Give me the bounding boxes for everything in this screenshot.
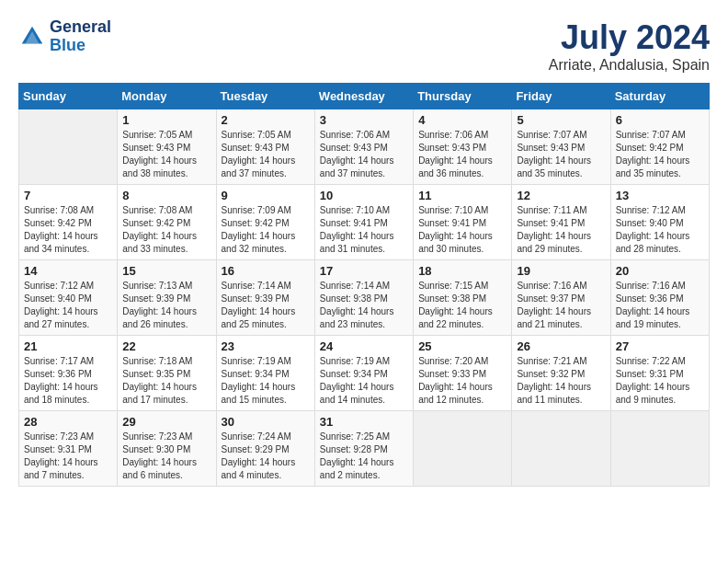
calendar-week-4: 21Sunrise: 7:17 AM Sunset: 9:36 PM Dayli… (19, 336, 710, 411)
calendar-cell: 8Sunrise: 7:08 AM Sunset: 9:42 PM Daylig… (118, 185, 216, 260)
calendar-week-5: 28Sunrise: 7:23 AM Sunset: 9:31 PM Dayli… (19, 411, 710, 487)
day-number: 31 (320, 415, 408, 429)
calendar-cell: 16Sunrise: 7:14 AM Sunset: 9:39 PM Dayli… (216, 260, 314, 336)
calendar-cell: 6Sunrise: 7:07 AM Sunset: 9:42 PM Daylig… (610, 109, 709, 185)
calendar-cell: 7Sunrise: 7:08 AM Sunset: 9:42 PM Daylig… (19, 185, 118, 260)
calendar-cell: 2Sunrise: 7:05 AM Sunset: 9:43 PM Daylig… (216, 109, 314, 185)
day-number: 23 (222, 339, 310, 353)
calendar-cell (610, 411, 709, 487)
day-info: Sunrise: 7:17 AM Sunset: 9:36 PM Dayligh… (24, 355, 112, 407)
day-number: 2 (222, 113, 310, 127)
calendar-cell (19, 109, 118, 185)
day-number: 20 (616, 264, 704, 278)
calendar-cell: 23Sunrise: 7:19 AM Sunset: 9:34 PM Dayli… (216, 336, 314, 411)
day-number: 29 (122, 415, 210, 429)
calendar-cell: 18Sunrise: 7:15 AM Sunset: 9:38 PM Dayli… (414, 260, 512, 336)
weekday-header-friday: Friday (512, 84, 610, 109)
weekday-header-saturday: Saturday (610, 84, 709, 109)
calendar-cell: 4Sunrise: 7:06 AM Sunset: 9:43 PM Daylig… (414, 109, 512, 185)
calendar-header: SundayMondayTuesdayWednesdayThursdayFrid… (19, 84, 710, 109)
logo-icon (18, 23, 46, 51)
day-info: Sunrise: 7:12 AM Sunset: 9:40 PM Dayligh… (616, 204, 704, 256)
day-number: 15 (122, 264, 210, 278)
calendar-week-3: 14Sunrise: 7:12 AM Sunset: 9:40 PM Dayli… (19, 260, 710, 336)
day-info: Sunrise: 7:05 AM Sunset: 9:43 PM Dayligh… (122, 129, 210, 180)
day-number: 22 (122, 339, 210, 353)
day-number: 25 (418, 339, 506, 353)
day-number: 13 (616, 189, 704, 202)
weekday-header-monday: Monday (118, 84, 216, 109)
calendar-body: 1Sunrise: 7:05 AM Sunset: 9:43 PM Daylig… (19, 109, 710, 487)
weekday-header-row: SundayMondayTuesdayWednesdayThursdayFrid… (19, 84, 710, 109)
day-info: Sunrise: 7:14 AM Sunset: 9:39 PM Dayligh… (222, 280, 310, 331)
day-number: 24 (320, 339, 408, 353)
calendar-subtitle: Arriate, Andalusia, Spain (549, 57, 710, 74)
day-info: Sunrise: 7:21 AM Sunset: 9:32 PM Dayligh… (517, 355, 605, 407)
calendar-cell: 12Sunrise: 7:11 AM Sunset: 9:41 PM Dayli… (512, 185, 610, 260)
day-number: 8 (122, 189, 210, 202)
day-info: Sunrise: 7:13 AM Sunset: 9:39 PM Dayligh… (122, 280, 210, 331)
calendar-title: July 2024 (549, 18, 710, 57)
day-number: 4 (418, 113, 506, 127)
day-info: Sunrise: 7:23 AM Sunset: 9:31 PM Dayligh… (24, 431, 112, 482)
day-number: 11 (418, 189, 506, 202)
day-number: 10 (320, 189, 408, 202)
calendar-week-2: 7Sunrise: 7:08 AM Sunset: 9:42 PM Daylig… (19, 185, 710, 260)
calendar-cell: 1Sunrise: 7:05 AM Sunset: 9:43 PM Daylig… (118, 109, 216, 185)
calendar-cell: 13Sunrise: 7:12 AM Sunset: 9:40 PM Dayli… (610, 185, 709, 260)
day-info: Sunrise: 7:19 AM Sunset: 9:34 PM Dayligh… (320, 355, 408, 407)
day-info: Sunrise: 7:07 AM Sunset: 9:42 PM Dayligh… (616, 129, 704, 180)
calendar-cell: 20Sunrise: 7:16 AM Sunset: 9:36 PM Dayli… (610, 260, 709, 336)
calendar-cell: 29Sunrise: 7:23 AM Sunset: 9:30 PM Dayli… (118, 411, 216, 487)
day-info: Sunrise: 7:14 AM Sunset: 9:38 PM Dayligh… (320, 280, 408, 331)
day-number: 21 (24, 339, 112, 353)
day-info: Sunrise: 7:16 AM Sunset: 9:36 PM Dayligh… (616, 280, 704, 331)
calendar-table: SundayMondayTuesdayWednesdayThursdayFrid… (18, 83, 710, 487)
day-info: Sunrise: 7:06 AM Sunset: 9:43 PM Dayligh… (418, 129, 506, 180)
logo: General Blue (18, 18, 111, 55)
day-number: 16 (222, 264, 310, 278)
day-info: Sunrise: 7:10 AM Sunset: 9:41 PM Dayligh… (418, 204, 506, 256)
calendar-cell: 17Sunrise: 7:14 AM Sunset: 9:38 PM Dayli… (314, 260, 413, 336)
day-number: 18 (418, 264, 506, 278)
page-header: General Blue July 2024 Arriate, Andalusi… (18, 18, 710, 74)
calendar-week-1: 1Sunrise: 7:05 AM Sunset: 9:43 PM Daylig… (19, 109, 710, 185)
calendar-cell: 15Sunrise: 7:13 AM Sunset: 9:39 PM Dayli… (118, 260, 216, 336)
weekday-header-wednesday: Wednesday (314, 84, 413, 109)
day-info: Sunrise: 7:20 AM Sunset: 9:33 PM Dayligh… (418, 355, 506, 407)
day-info: Sunrise: 7:06 AM Sunset: 9:43 PM Dayligh… (320, 129, 408, 180)
weekday-header-tuesday: Tuesday (216, 84, 314, 109)
calendar-cell: 5Sunrise: 7:07 AM Sunset: 9:43 PM Daylig… (512, 109, 610, 185)
day-info: Sunrise: 7:25 AM Sunset: 9:28 PM Dayligh… (320, 431, 408, 482)
title-area: July 2024 Arriate, Andalusia, Spain (549, 18, 710, 74)
day-info: Sunrise: 7:22 AM Sunset: 9:31 PM Dayligh… (616, 355, 704, 407)
calendar-cell: 9Sunrise: 7:09 AM Sunset: 9:42 PM Daylig… (216, 185, 314, 260)
day-info: Sunrise: 7:12 AM Sunset: 9:40 PM Dayligh… (24, 280, 112, 331)
calendar-cell: 25Sunrise: 7:20 AM Sunset: 9:33 PM Dayli… (414, 336, 512, 411)
day-number: 30 (222, 415, 310, 429)
calendar-cell: 31Sunrise: 7:25 AM Sunset: 9:28 PM Dayli… (314, 411, 413, 487)
day-number: 5 (517, 113, 605, 127)
day-number: 9 (222, 189, 310, 202)
day-info: Sunrise: 7:08 AM Sunset: 9:42 PM Dayligh… (122, 204, 210, 256)
weekday-header-thursday: Thursday (414, 84, 512, 109)
day-info: Sunrise: 7:23 AM Sunset: 9:30 PM Dayligh… (122, 431, 210, 482)
day-info: Sunrise: 7:05 AM Sunset: 9:43 PM Dayligh… (222, 129, 310, 180)
day-info: Sunrise: 7:11 AM Sunset: 9:41 PM Dayligh… (517, 204, 605, 256)
calendar-cell: 11Sunrise: 7:10 AM Sunset: 9:41 PM Dayli… (414, 185, 512, 260)
day-info: Sunrise: 7:07 AM Sunset: 9:43 PM Dayligh… (517, 129, 605, 180)
calendar-cell: 3Sunrise: 7:06 AM Sunset: 9:43 PM Daylig… (314, 109, 413, 185)
calendar-cell: 28Sunrise: 7:23 AM Sunset: 9:31 PM Dayli… (19, 411, 118, 487)
day-number: 12 (517, 189, 605, 202)
day-number: 19 (517, 264, 605, 278)
weekday-header-sunday: Sunday (19, 84, 118, 109)
day-info: Sunrise: 7:15 AM Sunset: 9:38 PM Dayligh… (418, 280, 506, 331)
calendar-cell: 30Sunrise: 7:24 AM Sunset: 9:29 PM Dayli… (216, 411, 314, 487)
calendar-cell: 19Sunrise: 7:16 AM Sunset: 9:37 PM Dayli… (512, 260, 610, 336)
logo-blue: Blue (50, 37, 111, 55)
day-number: 7 (24, 189, 112, 202)
day-info: Sunrise: 7:09 AM Sunset: 9:42 PM Dayligh… (222, 204, 310, 256)
calendar-cell: 21Sunrise: 7:17 AM Sunset: 9:36 PM Dayli… (19, 336, 118, 411)
calendar-cell: 24Sunrise: 7:19 AM Sunset: 9:34 PM Dayli… (314, 336, 413, 411)
day-info: Sunrise: 7:24 AM Sunset: 9:29 PM Dayligh… (222, 431, 310, 482)
